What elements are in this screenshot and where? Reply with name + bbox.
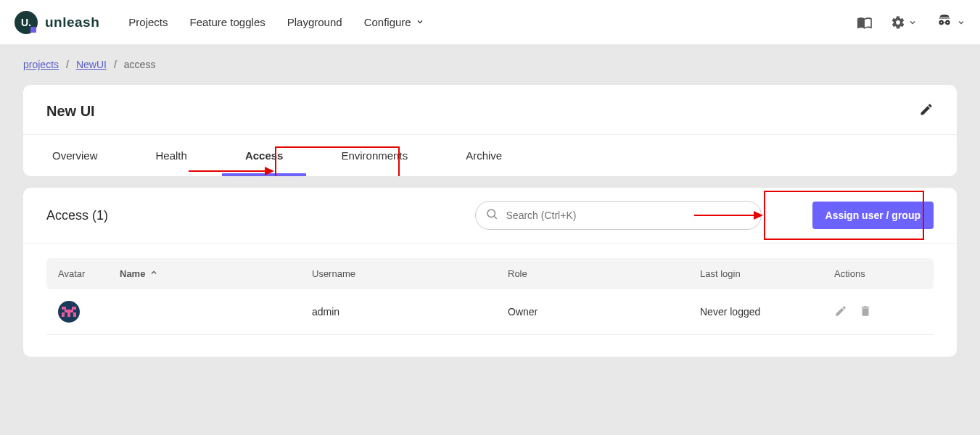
- th-name[interactable]: Name: [120, 268, 312, 279]
- access-table: Avatar Name Username Role Last login Act…: [23, 243, 957, 357]
- page-title: New UI: [46, 103, 95, 120]
- nav-feature-toggles[interactable]: Feature toggles: [190, 16, 265, 28]
- nav-configure[interactable]: Configure: [364, 16, 424, 28]
- project-tabs: Overview Health Access Environments Arch…: [23, 134, 957, 176]
- cell-last-login: Never logged: [700, 306, 834, 318]
- topbar-actions: [857, 13, 965, 32]
- nav-projects[interactable]: Projects: [128, 16, 168, 28]
- tab-access[interactable]: Access: [216, 135, 313, 176]
- search-wrap: [475, 201, 762, 230]
- user-menu[interactable]: [935, 13, 965, 32]
- project-header: New UI: [23, 85, 957, 134]
- logo[interactable]: U. unleash: [15, 11, 99, 34]
- edit-row-icon[interactable]: [834, 304, 847, 320]
- tab-overview[interactable]: Overview: [23, 135, 127, 176]
- project-card: New UI Overview Health Access Environmen…: [23, 85, 957, 176]
- table-header: Avatar Name Username Role Last login Act…: [46, 258, 934, 289]
- th-last-login[interactable]: Last login: [700, 268, 834, 279]
- breadcrumb-current: access: [124, 59, 156, 70]
- search-input[interactable]: [475, 201, 762, 230]
- th-avatar: Avatar: [58, 268, 120, 279]
- logo-mark: U.: [15, 11, 38, 34]
- access-heading: Access (1): [46, 208, 108, 223]
- cell-role: Owner: [508, 306, 700, 318]
- breadcrumb: projects / NewUI / access: [23, 59, 957, 70]
- logo-text: unleash: [45, 14, 99, 30]
- breadcrumb-project-name[interactable]: NewUI: [76, 59, 107, 70]
- nav-playground[interactable]: Playground: [287, 16, 342, 28]
- breadcrumb-divider: /: [114, 59, 117, 70]
- th-actions: Actions: [834, 268, 922, 279]
- assign-user-group-button[interactable]: Assign user / group: [812, 202, 934, 229]
- sort-asc-icon: [149, 268, 158, 279]
- edit-project-icon[interactable]: [919, 102, 934, 120]
- page-content: projects / NewUI / access New UI Overvie…: [0, 44, 980, 383]
- tab-health[interactable]: Health: [127, 135, 216, 176]
- cell-actions: [834, 304, 922, 320]
- breadcrumb-divider: /: [66, 59, 69, 70]
- docs-icon[interactable]: [857, 14, 873, 30]
- settings-icon[interactable]: [891, 15, 917, 30]
- access-card: Access (1) Assign user / group Avatar Na…: [23, 188, 957, 357]
- table-row: admin Owner Never logged: [46, 289, 934, 335]
- breadcrumb-projects[interactable]: projects: [23, 59, 59, 70]
- nav-configure-label: Configure: [364, 16, 411, 28]
- delete-row-icon[interactable]: [859, 304, 872, 320]
- avatar: [58, 301, 80, 323]
- th-username[interactable]: Username: [312, 268, 508, 279]
- search-icon: [485, 207, 498, 223]
- chevron-down-icon: [416, 16, 424, 28]
- th-role[interactable]: Role: [508, 268, 700, 279]
- cell-avatar: [58, 301, 120, 323]
- tab-environments[interactable]: Environments: [312, 135, 437, 176]
- access-header: Access (1) Assign user / group: [23, 188, 957, 243]
- th-name-label: Name: [120, 268, 145, 279]
- cell-username: admin: [312, 306, 508, 318]
- tab-archive[interactable]: Archive: [437, 135, 531, 176]
- main-nav: Projects Feature toggles Playground Conf…: [128, 16, 424, 28]
- svg-point-2: [487, 210, 495, 218]
- topbar: U. unleash Projects Feature toggles Play…: [0, 0, 980, 44]
- svg-line-3: [494, 216, 496, 218]
